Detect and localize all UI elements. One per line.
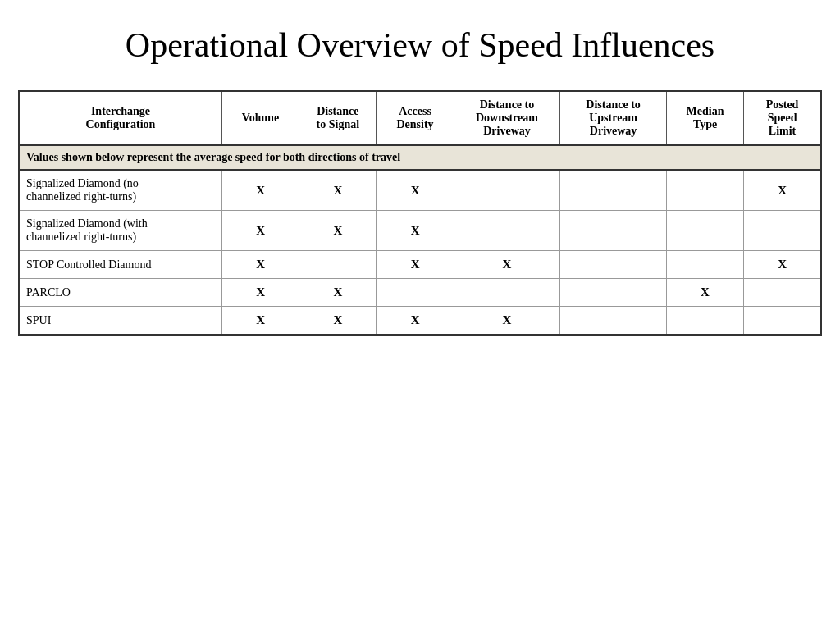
cell-signal: X: [299, 170, 377, 211]
cell-speed: X: [744, 170, 821, 211]
cell-signal: [299, 251, 377, 279]
cell-median: X: [666, 279, 743, 307]
cell-volume: X: [221, 251, 299, 279]
cell-median: [666, 170, 743, 211]
cell-volume: X: [221, 211, 299, 251]
table-row: Signalized Diamond (withchannelized righ…: [19, 211, 821, 251]
table-row: STOP Controlled DiamondXXXX: [19, 251, 821, 279]
cell-volume: X: [221, 170, 299, 211]
cell-upstream: [560, 307, 667, 336]
cell-downstream: X: [454, 307, 560, 336]
cell-median: [666, 307, 743, 336]
cell-interchange: Signalized Diamond (withchannelized righ…: [19, 211, 221, 251]
table-row: PARCLOXXX: [19, 279, 821, 307]
cell-access: X: [377, 170, 454, 211]
cell-signal: X: [299, 211, 377, 251]
cell-volume: X: [221, 307, 299, 336]
cell-interchange: Signalized Diamond (nochannelized right-…: [19, 170, 221, 211]
cell-speed: [744, 211, 821, 251]
header-upstream: Distance toUpstreamDriveway: [560, 91, 667, 145]
cell-upstream: [560, 251, 667, 279]
cell-speed: X: [744, 251, 821, 279]
cell-interchange: SPUI: [19, 307, 221, 336]
cell-interchange: PARCLO: [19, 279, 221, 307]
cell-access: [377, 279, 454, 307]
cell-access: X: [377, 251, 454, 279]
cell-speed: [744, 279, 821, 307]
cell-signal: X: [299, 307, 377, 336]
cell-interchange: STOP Controlled Diamond: [19, 251, 221, 279]
main-table: InterchangeConfiguration Volume Distance…: [18, 90, 822, 336]
table-wrapper: InterchangeConfiguration Volume Distance…: [18, 90, 822, 336]
cell-median: [666, 211, 743, 251]
cell-upstream: [560, 211, 667, 251]
cell-access: X: [377, 307, 454, 336]
cell-volume: X: [221, 279, 299, 307]
cell-median: [666, 251, 743, 279]
notice-text: Values shown below represent the average…: [19, 145, 821, 170]
cell-downstream: X: [454, 251, 560, 279]
header-volume: Volume: [221, 91, 299, 145]
cell-access: X: [377, 211, 454, 251]
header-access: AccessDensity: [377, 91, 454, 145]
cell-upstream: [560, 279, 667, 307]
table-row: SPUIXXXX: [19, 307, 821, 336]
cell-downstream: [454, 211, 560, 251]
header-signal: Distanceto Signal: [299, 91, 377, 145]
cell-signal: X: [299, 279, 377, 307]
table-row: Signalized Diamond (nochannelized right-…: [19, 170, 821, 211]
notice-row: Values shown below represent the average…: [19, 145, 821, 170]
header-median: MedianType: [666, 91, 743, 145]
cell-upstream: [560, 170, 667, 211]
header-downstream: Distance toDownstreamDriveway: [454, 91, 560, 145]
cell-downstream: [454, 170, 560, 211]
page-title: Operational Overview of Speed Influences: [126, 25, 714, 66]
cell-downstream: [454, 279, 560, 307]
header-row: InterchangeConfiguration Volume Distance…: [19, 91, 821, 145]
cell-speed: [744, 307, 821, 336]
header-speed: PostedSpeedLimit: [744, 91, 821, 145]
header-interchange: InterchangeConfiguration: [19, 91, 221, 145]
